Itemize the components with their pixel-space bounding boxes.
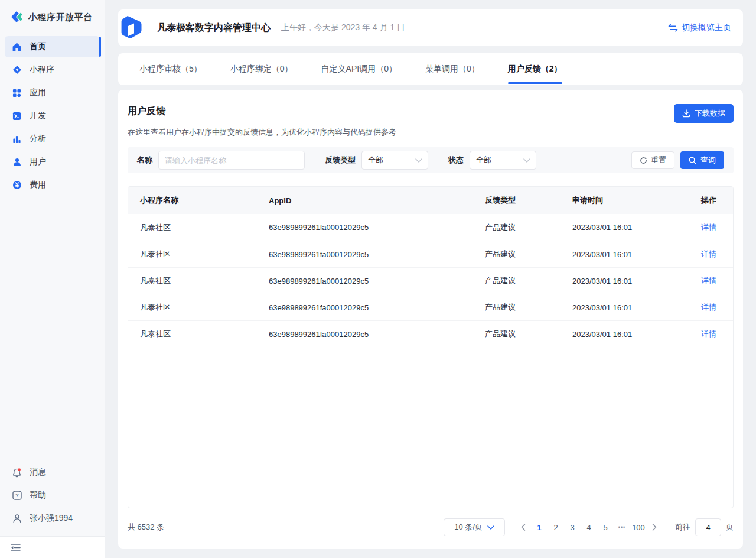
sidebar-item-home[interactable]: 首页 (5, 36, 100, 57)
page-number[interactable]: 4 (581, 519, 597, 536)
col-header-appid: AppID (269, 196, 485, 205)
table-row: 凡泰社区 63e989899261fa00012029c5 产品建议 2023/… (128, 320, 733, 347)
page-number[interactable]: 3 (564, 519, 581, 536)
terminal-icon (12, 111, 22, 121)
sidebar-item-account[interactable]: 张小强1994 (5, 508, 100, 529)
section-description: 在这里查看用户在小程序中提交的反馈信息，为优化小程序内容与代码提供参考 (128, 127, 396, 138)
brand: 小程序开放平台 (0, 0, 105, 33)
bell-icon (12, 468, 22, 478)
table-body: 凡泰社区 63e989899261fa00012029c5 产品建议 2023/… (128, 214, 733, 347)
col-header-name: 小程序名称 (128, 195, 269, 206)
status-filter-select[interactable]: 全部 (470, 151, 536, 170)
tab-user-feedback[interactable]: 用户反馈（2） (508, 53, 562, 85)
help-icon: ? (12, 491, 22, 501)
chevron-down-icon (523, 158, 530, 163)
svg-text:?: ? (15, 492, 19, 498)
pagination-bar: 共 6532 条 10 条/页 1 2 3 4 5 ••• 100 前往 (128, 508, 734, 546)
filter-bar: 名称 反馈类型 全部 状态 全部 (128, 147, 734, 173)
workspace-title: 凡泰极客数字内容管理中心 (157, 22, 271, 34)
table-row: 凡泰社区 63e989899261fa00012029c5 产品建议 2023/… (128, 267, 733, 294)
detail-link[interactable]: 详情 (701, 223, 716, 232)
home-icon (12, 42, 22, 52)
sidebar-item-help[interactable]: ? 帮助 (5, 485, 100, 506)
total-count: 共 6532 条 (128, 522, 164, 533)
page-number-last[interactable]: 100 (630, 519, 647, 536)
sidebar-item-users[interactable]: 用户 (5, 151, 100, 173)
page-size-select[interactable]: 10 条/页 (444, 518, 505, 536)
user-feedback-panel: 用户反馈 在这里查看用户在小程序中提交的反馈信息，为优化小程序内容与代码提供参考… (118, 90, 743, 549)
table-row: 凡泰社区 63e989899261fa00012029c5 产品建议 2023/… (128, 241, 733, 267)
sidebar-item-label: 帮助 (30, 490, 46, 501)
table-header-row: 小程序名称 AppID 反馈类型 申请时间 操作 (128, 187, 733, 214)
brand-name: 小程序开放平台 (28, 12, 93, 23)
sidebar-item-label: 小程序 (30, 64, 54, 75)
download-data-button[interactable]: 下载数据 (674, 104, 734, 123)
sidebar-item-label: 费用 (30, 180, 46, 190)
sidebar-footer (0, 536, 105, 558)
section-title: 用户反馈 (128, 105, 396, 118)
grid-icon (12, 88, 22, 98)
name-filter-label: 名称 (137, 155, 152, 166)
user-icon (12, 157, 22, 167)
search-icon (689, 157, 696, 164)
sidebar-item-messages[interactable]: 消息 (5, 462, 100, 483)
page-number[interactable]: 2 (548, 519, 564, 536)
sidebar-item-miniprogram[interactable]: 小程序 (5, 59, 100, 80)
search-button[interactable]: 查询 (680, 151, 724, 169)
type-filter-select[interactable]: 全部 (361, 151, 428, 170)
sidebar-item-label: 消息 (30, 467, 46, 478)
goto-label: 前往 (675, 522, 690, 533)
more-pages-icon[interactable]: ••• (614, 519, 630, 536)
col-header-action: 操作 (685, 195, 733, 206)
table-row: 凡泰社区 63e989899261fa00012029c5 产品建议 2023/… (128, 294, 733, 320)
switch-overview-link[interactable]: 切换概览主页 (668, 22, 731, 33)
name-filter-input[interactable] (158, 151, 305, 170)
feedback-table: 小程序名称 AppID 反馈类型 申请时间 操作 凡泰社区 63e9898992… (128, 186, 734, 508)
swap-icon (668, 24, 678, 32)
goto-suffix: 页 (726, 522, 734, 533)
prev-page-button[interactable] (516, 519, 531, 536)
detail-link[interactable]: 详情 (701, 329, 716, 338)
tab-menu-calls[interactable]: 菜单调用（0） (425, 53, 480, 85)
sidebar-item-fees[interactable]: 费用 (5, 174, 100, 196)
yuan-coin-icon (12, 180, 22, 190)
tab-miniprogram-binding[interactable]: 小程序绑定（0） (230, 53, 293, 85)
col-header-type: 反馈类型 (485, 195, 572, 206)
sidebar: 小程序开放平台 首页 小程序 应用 开发 (0, 0, 105, 558)
greeting-text: 上午好，今天是 2023 年 4 月 1 日 (281, 22, 405, 33)
sidebar-item-analytics[interactable]: 分析 (5, 128, 100, 150)
account-icon (12, 514, 22, 524)
chevron-down-icon (415, 158, 422, 163)
sidebar-item-label: 应用 (30, 87, 46, 98)
sidebar-item-label: 分析 (30, 134, 46, 144)
bar-chart-icon (12, 134, 22, 144)
goto-page-input[interactable] (695, 518, 721, 536)
app-logo-icon (118, 14, 145, 41)
detail-link[interactable]: 详情 (701, 303, 716, 312)
diamond-icon (12, 65, 22, 75)
brand-logo-icon (9, 10, 24, 24)
sidebar-item-apps[interactable]: 应用 (5, 82, 100, 103)
page-number[interactable]: 5 (597, 519, 614, 536)
tab-miniprogram-review[interactable]: 小程序审核（5） (139, 53, 202, 85)
type-filter-label: 反馈类型 (325, 155, 356, 166)
sidebar-nav: 首页 小程序 应用 开发 分析 (0, 33, 105, 196)
refresh-icon (640, 157, 647, 164)
detail-link[interactable]: 详情 (701, 276, 716, 285)
page-number[interactable]: 1 (531, 519, 548, 536)
sidebar-item-label: 张小强1994 (30, 513, 73, 524)
sidebar-item-label: 首页 (30, 41, 46, 52)
next-page-button[interactable] (647, 519, 662, 536)
collapse-sidebar-icon[interactable] (11, 543, 21, 552)
sidebar-bottom: 消息 ? 帮助 张小强1994 (0, 462, 105, 531)
header-card: 凡泰极客数字内容管理中心 上午好，今天是 2023 年 4 月 1 日 切换概览… (118, 9, 743, 46)
sidebar-item-label: 开发 (30, 111, 46, 121)
sidebar-item-develop[interactable]: 开发 (5, 105, 100, 126)
detail-link[interactable]: 详情 (701, 249, 716, 258)
status-filter-label: 状态 (448, 155, 464, 166)
col-header-time: 申请时间 (572, 195, 685, 206)
download-icon (682, 109, 690, 118)
tab-custom-api-calls[interactable]: 自定义API调用（0） (321, 53, 397, 85)
reset-button[interactable]: 重置 (631, 151, 674, 169)
table-row: 凡泰社区 63e989899261fa00012029c5 产品建议 2023/… (128, 214, 733, 241)
